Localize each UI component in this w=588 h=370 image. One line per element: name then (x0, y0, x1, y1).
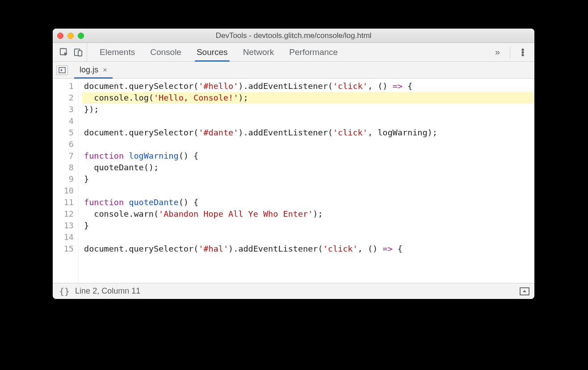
tab-console[interactable]: Console (150, 43, 181, 61)
code-line[interactable]: } (82, 220, 534, 231)
line-number: 14 (53, 231, 74, 243)
inspect-element-icon[interactable] (59, 47, 69, 57)
tab-network[interactable]: Network (243, 43, 274, 61)
pretty-print-button[interactable]: {} (57, 286, 75, 297)
divider (510, 46, 510, 58)
more-tabs-button[interactable]: » (491, 47, 504, 57)
code-line[interactable] (82, 185, 534, 197)
settings-menu-button[interactable]: ••• (517, 48, 529, 56)
code-line[interactable]: } (82, 173, 534, 185)
device-toolbar-icon[interactable] (73, 47, 83, 57)
window-title: DevTools - devtools.glitch.me/console/lo… (53, 31, 534, 40)
line-number: 13 (53, 220, 74, 231)
tab-performance[interactable]: Performance (289, 43, 338, 61)
code-content[interactable]: document.querySelector('#hello').addEven… (79, 79, 534, 283)
line-number: 9 (53, 173, 74, 185)
code-line[interactable]: document.querySelector('#dante').addEven… (82, 127, 534, 139)
file-tab-label: log.js (80, 65, 98, 75)
code-line[interactable]: document.querySelector('#hello').addEven… (82, 80, 534, 92)
close-file-tab-button[interactable]: × (103, 66, 107, 75)
zoom-window-button[interactable] (78, 33, 84, 39)
code-line[interactable]: console.warn('Abandon Hope All Ye Who En… (82, 208, 534, 220)
minimize-window-button[interactable] (67, 33, 74, 39)
devtools-window: DevTools - devtools.glitch.me/console/lo… (53, 29, 534, 299)
line-number: 8 (53, 162, 74, 173)
panel-tabstrip: Elements Console Sources Network Perform… (53, 43, 534, 62)
code-editor[interactable]: 123456789101112131415 document.querySele… (53, 79, 534, 283)
statusbar: {} Line 2, Column 11 (53, 283, 534, 299)
line-number-gutter: 123456789101112131415 (53, 79, 79, 283)
show-navigator-button[interactable] (56, 65, 68, 75)
titlebar: DevTools - devtools.glitch.me/console/lo… (53, 29, 534, 43)
line-number: 10 (53, 185, 74, 197)
sources-filebar: log.js × (53, 62, 534, 79)
code-line[interactable]: }); (82, 104, 534, 115)
line-number: 5 (53, 127, 74, 139)
cursor-position: Line 2, Column 11 (75, 286, 140, 296)
file-tab-log-js[interactable]: log.js × (74, 62, 113, 78)
code-line[interactable]: console.log('Hello, Console!'); (82, 92, 534, 104)
window-controls (57, 33, 84, 39)
tab-elements[interactable]: Elements (100, 43, 135, 61)
line-number: 2 (53, 92, 74, 104)
tab-sources[interactable]: Sources (197, 43, 228, 61)
line-number: 1 (53, 80, 74, 92)
code-line[interactable]: document.querySelector('#hal').addEventL… (82, 243, 534, 255)
line-number: 3 (53, 104, 74, 115)
close-window-button[interactable] (57, 33, 63, 39)
code-line[interactable]: quoteDante(); (82, 162, 534, 173)
line-number: 11 (53, 197, 74, 208)
code-line[interactable] (82, 139, 534, 150)
line-number: 4 (53, 115, 74, 127)
code-line[interactable]: function quoteDante() { (82, 197, 534, 208)
code-line[interactable] (82, 231, 534, 243)
code-line[interactable] (82, 115, 534, 127)
toggle-drawer-button[interactable] (519, 287, 530, 296)
line-number: 6 (53, 139, 74, 150)
line-number: 12 (53, 208, 74, 220)
svg-rect-2 (78, 50, 82, 56)
line-number: 15 (53, 243, 74, 255)
code-line[interactable]: function logWarning() { (82, 150, 534, 162)
line-number: 7 (53, 150, 74, 162)
